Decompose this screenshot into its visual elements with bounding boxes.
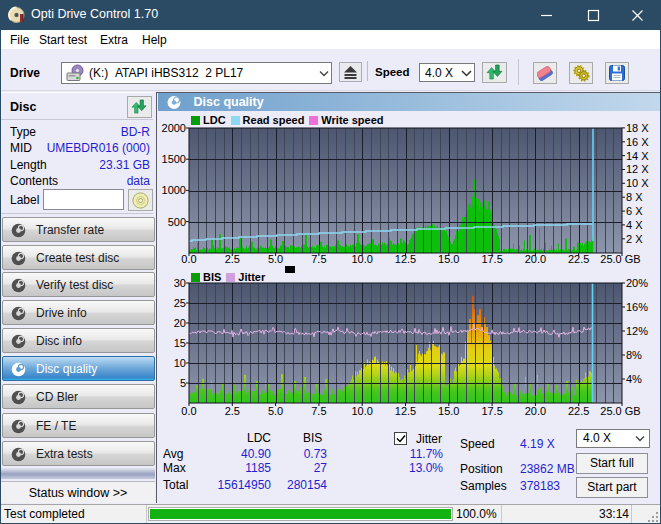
svg-text:20.0: 20.0 (525, 253, 546, 265)
svg-text:25: 25 (174, 297, 186, 309)
svg-text:2.5: 2.5 (225, 253, 240, 265)
svg-text:1000: 1000 (162, 184, 186, 196)
svg-text:12.5: 12.5 (395, 405, 416, 417)
svg-text:15.0: 15.0 (438, 405, 459, 417)
svg-text:500: 500 (168, 216, 186, 228)
svg-text:16%: 16% (626, 301, 648, 313)
svg-text:20%: 20% (626, 277, 648, 289)
svg-text:17.5: 17.5 (481, 405, 502, 417)
svg-text:2 X: 2 X (626, 233, 643, 245)
svg-text:25.0 GB: 25.0 GB (600, 253, 640, 265)
svg-text:5.0: 5.0 (268, 405, 283, 417)
svg-text:0.0: 0.0 (181, 405, 196, 417)
svg-text:0.0: 0.0 (181, 253, 196, 265)
svg-text:6 X: 6 X (626, 205, 643, 217)
svg-text:8 X: 8 X (626, 191, 643, 203)
svg-text:30: 30 (174, 277, 186, 289)
svg-text:4 X: 4 X (626, 219, 643, 231)
svg-text:22.5: 22.5 (568, 253, 589, 265)
svg-text:15.0: 15.0 (438, 253, 459, 265)
svg-text:5.0: 5.0 (268, 253, 283, 265)
svg-text:16 X: 16 X (626, 136, 649, 148)
svg-text:18 X: 18 X (626, 122, 649, 134)
svg-text:25.0 GB: 25.0 GB (600, 405, 640, 417)
svg-text:5: 5 (180, 377, 186, 389)
svg-text:12.5: 12.5 (395, 253, 416, 265)
svg-text:12%: 12% (626, 325, 648, 337)
svg-text:4%: 4% (626, 373, 642, 385)
svg-text:12 X: 12 X (626, 163, 649, 175)
svg-text:22.5: 22.5 (568, 405, 589, 417)
svg-text:2000: 2000 (162, 122, 186, 134)
svg-text:10.0: 10.0 (351, 253, 372, 265)
svg-text:15: 15 (174, 337, 186, 349)
svg-text:10 X: 10 X (626, 177, 649, 189)
svg-text:10.0: 10.0 (351, 405, 372, 417)
svg-text:10: 10 (174, 357, 186, 369)
svg-text:14 X: 14 X (626, 150, 649, 162)
svg-text:20: 20 (174, 317, 186, 329)
svg-text:1500: 1500 (162, 153, 186, 165)
svg-text:8%: 8% (626, 349, 642, 361)
svg-text:20.0: 20.0 (525, 405, 546, 417)
svg-text:7.5: 7.5 (311, 253, 326, 265)
svg-text:7.5: 7.5 (311, 405, 326, 417)
svg-text:17.5: 17.5 (481, 253, 502, 265)
svg-text:2.5: 2.5 (225, 405, 240, 417)
